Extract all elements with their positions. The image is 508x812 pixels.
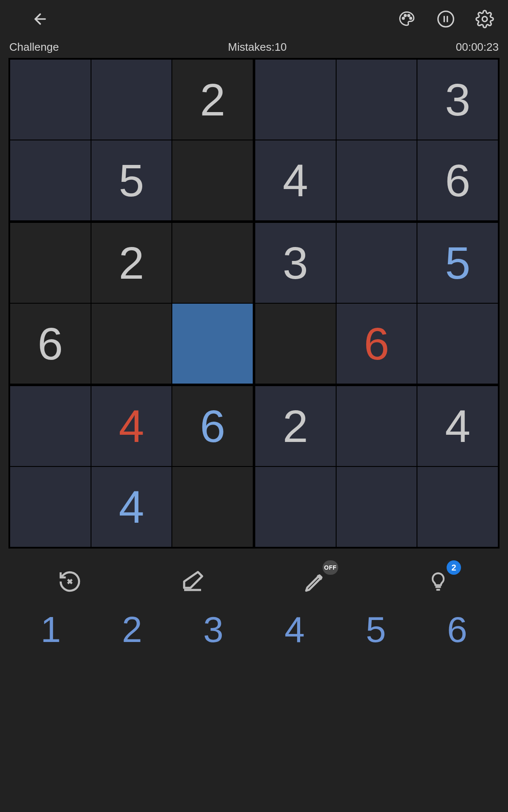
sudoku-cell[interactable]: 4: [91, 386, 172, 466]
sudoku-cell[interactable]: [255, 60, 336, 140]
sudoku-board: 253462635646424: [8, 58, 500, 549]
sudoku-cell[interactable]: [337, 386, 417, 466]
difficulty-label: Challenge: [9, 41, 59, 54]
sudoku-cell[interactable]: 6: [10, 304, 91, 384]
back-button[interactable]: [25, 4, 55, 34]
svg-point-5: [438, 11, 454, 27]
sudoku-box: 25: [10, 60, 253, 220]
sudoku-box: 24: [255, 386, 498, 547]
arrow-left-icon: [32, 11, 49, 27]
erase-button[interactable]: [167, 565, 218, 598]
number-key-6[interactable]: 6: [417, 609, 498, 650]
bulb-icon: [427, 571, 449, 593]
sudoku-cell[interactable]: [417, 467, 498, 547]
sudoku-cell[interactable]: [10, 386, 91, 466]
tool-row: OFF 2: [0, 565, 508, 598]
eraser-icon: [180, 569, 205, 594]
sudoku-cell[interactable]: [337, 223, 417, 303]
pause-icon: [436, 10, 455, 28]
sudoku-cell[interactable]: 3: [417, 60, 498, 140]
svg-point-2: [404, 15, 406, 16]
sudoku-cell[interactable]: [337, 140, 417, 220]
number-key-4[interactable]: 4: [254, 609, 335, 650]
sudoku-cell[interactable]: 3: [255, 223, 336, 303]
sudoku-cell[interactable]: 6: [417, 140, 498, 220]
number-key-3[interactable]: 3: [173, 609, 254, 650]
number-key-5[interactable]: 5: [335, 609, 417, 650]
undo-button[interactable]: [44, 565, 95, 598]
sudoku-cell[interactable]: 5: [91, 140, 172, 220]
number-pad: 123456: [0, 609, 508, 650]
sudoku-box: 26: [10, 223, 253, 384]
pencil-icon: [303, 569, 328, 594]
number-key-1[interactable]: 1: [10, 609, 91, 650]
status-bar: Challenge Mistakes:10 00:00:23: [0, 38, 508, 58]
sudoku-cell[interactable]: 6: [337, 304, 417, 384]
sudoku-box: 346: [255, 60, 498, 220]
sudoku-cell[interactable]: [417, 304, 498, 384]
svg-point-4: [410, 17, 411, 19]
sudoku-cell[interactable]: [172, 467, 253, 547]
sudoku-cell[interactable]: [91, 304, 172, 384]
svg-point-8: [482, 16, 487, 22]
sudoku-cell[interactable]: [10, 223, 91, 303]
sudoku-cell[interactable]: 6: [172, 386, 253, 466]
settings-button[interactable]: [470, 4, 500, 34]
sudoku-cell[interactable]: 2: [255, 386, 336, 466]
mistakes-counter: Mistakes:10: [228, 41, 287, 54]
timer-display: 00:00:23: [456, 41, 499, 54]
sudoku-box: 356: [255, 223, 498, 384]
sudoku-cell[interactable]: 2: [91, 223, 172, 303]
sudoku-cell[interactable]: 5: [417, 223, 498, 303]
hint-button[interactable]: 2: [413, 565, 464, 598]
sudoku-cell[interactable]: [10, 467, 91, 547]
sudoku-cell[interactable]: [337, 467, 417, 547]
hint-count-badge: 2: [447, 560, 461, 575]
sudoku-cell[interactable]: [172, 140, 253, 220]
sudoku-cell[interactable]: [10, 140, 91, 220]
sudoku-cell[interactable]: [337, 60, 417, 140]
pause-button[interactable]: [431, 4, 461, 34]
sudoku-cell[interactable]: [172, 304, 253, 384]
sudoku-cell[interactable]: [91, 60, 172, 140]
sudoku-cell[interactable]: [255, 467, 336, 547]
sudoku-box: 464: [10, 386, 253, 547]
pencil-button[interactable]: OFF: [290, 565, 341, 598]
palette-icon: [398, 10, 416, 28]
svg-point-3: [408, 15, 409, 16]
app-bar: [0, 0, 508, 38]
sudoku-cell[interactable]: 2: [172, 60, 253, 140]
theme-button[interactable]: [392, 4, 422, 34]
sudoku-cell[interactable]: 4: [417, 386, 498, 466]
pencil-state-badge: OFF: [323, 560, 339, 575]
sudoku-cell[interactable]: 4: [255, 140, 336, 220]
sudoku-cell[interactable]: [10, 60, 91, 140]
number-key-2[interactable]: 2: [91, 609, 173, 650]
sudoku-cell[interactable]: 4: [91, 467, 172, 547]
gear-icon: [475, 10, 494, 28]
sudoku-cell[interactable]: [255, 304, 336, 384]
svg-point-1: [403, 17, 404, 19]
undo-icon: [58, 569, 82, 594]
sudoku-cell[interactable]: [172, 223, 253, 303]
